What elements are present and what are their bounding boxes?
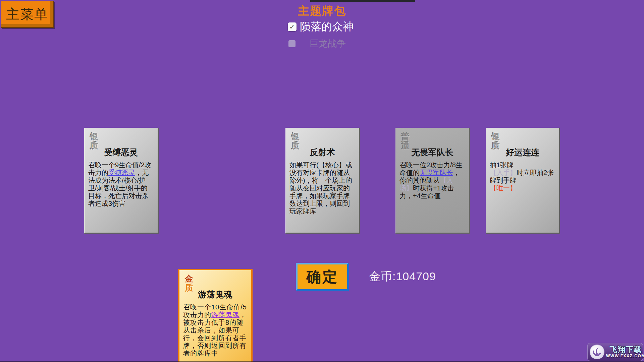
- gold-amount: 金币:104709: [369, 269, 436, 284]
- rarity-label: 金质: [185, 274, 194, 292]
- watermark-line2: WWW.FXXZ.COM: [606, 354, 644, 358]
- watermark-line1: 飞翔下载: [609, 346, 642, 354]
- card-1[interactable]: 银质受缚恶灵召唤一个9生命值/2攻击力的受缚恶灵，无法成为法术/核心/护卫/刺客…: [84, 128, 159, 234]
- card-5[interactable]: 银质好运连连抽1张牌 【入手】时立即抽2张牌到手牌 【唯一】: [486, 128, 560, 234]
- card-body: 召唤一个9生命值/2攻击力的受缚恶灵，无法成为法术/核心/护卫/刺客/战士/射手…: [88, 161, 154, 207]
- card-body: 抽1张牌 【入手】时立即抽2张牌到手牌 【唯一】: [490, 161, 555, 192]
- card-4[interactable]: 普通无畏军队长召唤一位2攻击力/8生命值的无畏军队长，你的其他随从【入场】时获得…: [395, 128, 470, 234]
- pack-label: 巨龙战争: [310, 38, 346, 50]
- watermark-bird-icon: [590, 345, 604, 359]
- watermark-text: 飞翔下载 WWW.FXXZ.COM: [606, 346, 644, 358]
- card-body: 召唤一位2攻击力/8生命值的无畏军队长，你的其他随从【入场】时获得+1攻击力，+…: [399, 161, 465, 200]
- confirm-button[interactable]: 确定: [296, 263, 349, 291]
- pack-label: 陨落的众神: [300, 19, 354, 34]
- card-3[interactable]: 银质反射术如果可行(【核心】或没有对应卡牌的随从除外)，将一个场上的随从变回对应…: [285, 128, 360, 234]
- page-title: 主题牌包: [0, 3, 644, 19]
- card-body: 如果可行(【核心】或没有对应卡牌的随从除外)，将一个场上的随从变回对应玩家的手牌…: [289, 161, 355, 215]
- card-body: 召唤一个10生命值/5攻击力的游荡鬼魂，被攻击力低于8的随从击杀后，如果可行，会…: [183, 303, 248, 357]
- pack-row: 巨龙战争: [288, 38, 346, 50]
- card-2[interactable]: 金质游荡鬼魂召唤一个10生命值/5攻击力的游荡鬼魂，被攻击力低于8的随从击杀后，…: [178, 269, 253, 362]
- rarity-label: 普通: [401, 132, 410, 150]
- check-mark: ✓: [289, 23, 295, 30]
- rarity-label: 银质: [291, 132, 300, 150]
- checkbox-unchecked[interactable]: [288, 40, 296, 47]
- rarity-label: 银质: [491, 132, 500, 150]
- pack-row: ✓陨落的众神: [288, 19, 354, 34]
- watermark: 飞翔下载 WWW.FXXZ.COM: [587, 343, 643, 361]
- rarity-label: 银质: [90, 132, 98, 150]
- checkbox-checked[interactable]: ✓: [288, 22, 297, 31]
- top-black-strip: [310, 0, 415, 2]
